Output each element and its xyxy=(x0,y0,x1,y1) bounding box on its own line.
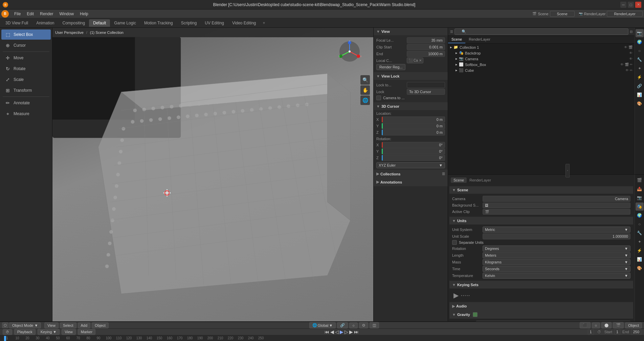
keying-btn[interactable]: Keying ▼ xyxy=(38,329,60,335)
local-c-controls[interactable]: ⬛ Ca ✕ xyxy=(407,58,423,63)
cursor-x-value[interactable]: 0 m xyxy=(382,116,445,123)
menu-edit[interactable]: Edit xyxy=(24,11,37,17)
frame-start-value[interactable]: 1 xyxy=(614,329,620,335)
outliner-world-icon[interactable]: 🌍 xyxy=(636,38,644,46)
cursor-y-value[interactable]: 0 m xyxy=(382,123,445,129)
proportional-btn[interactable]: ○ xyxy=(349,322,358,328)
collections-menu-icon[interactable]: ☰ xyxy=(442,172,445,176)
tool-annotate[interactable]: ✏ Annotate xyxy=(1,98,51,108)
cursor-ry-value[interactable]: 0° xyxy=(382,148,445,154)
audio-header[interactable]: ▶ Audio xyxy=(449,302,633,310)
menu-file[interactable]: File xyxy=(12,11,23,17)
tool-select-box[interactable]: ⬚ Select Box xyxy=(1,29,51,40)
cursor-rx-value[interactable]: 0° xyxy=(382,142,445,148)
overlay-btn[interactable]: ⊙ xyxy=(359,322,368,328)
props-world-icon[interactable]: 🌍 xyxy=(636,211,644,219)
outliner-item-backdrop[interactable]: ▸ 🎭 Backdrop 👁 xyxy=(453,50,635,56)
outliner-physics-icon[interactable]: ⚡ xyxy=(636,73,644,81)
outliner-item-cube[interactable]: ▸ ⬛ Cube 👁 ✏ xyxy=(453,67,635,73)
cursor-rz-value[interactable]: 0° xyxy=(382,155,445,161)
tool-scale[interactable]: ⤢ Scale xyxy=(1,74,51,85)
jump-end-btn[interactable]: ⏭ xyxy=(354,329,359,335)
camera-controls[interactable]: 👁 xyxy=(629,57,632,61)
outliner-data-icon[interactable]: 📊 xyxy=(636,91,644,99)
outliner-scene-icon[interactable]: 📷 xyxy=(636,29,644,37)
softbox-controls[interactable]: 👁 🎬 ✏ xyxy=(620,63,632,66)
clip-end-value[interactable]: 10000 m xyxy=(407,51,445,57)
object-mode-btn[interactable]: Object Mode ▼ xyxy=(9,322,41,328)
outliner-constraints-icon[interactable]: 🔗 xyxy=(636,82,644,90)
add-workspace-tab[interactable]: + xyxy=(260,19,268,27)
outliner-item-camera[interactable]: ▸ 📷 Camera 👁 xyxy=(453,56,635,62)
scene-section-header[interactable]: ▼ Scene xyxy=(449,186,633,194)
marker-btn[interactable]: Marker xyxy=(78,329,95,335)
units-header[interactable]: ▼ Units xyxy=(449,217,633,225)
render-props-btn[interactable]: 🎬 xyxy=(613,322,624,328)
unit-system-dropdown[interactable]: Metric ▼ xyxy=(483,227,630,233)
render-layer-tab[interactable]: RenderLayer xyxy=(469,178,491,182)
gravity-header[interactable]: ▼ Gravity xyxy=(449,311,633,319)
view-lock-header[interactable]: ▼ View Lock xyxy=(374,72,448,80)
tool-rotate[interactable]: ↻ Rotate xyxy=(1,64,51,74)
menu-window[interactable]: Window xyxy=(57,11,76,17)
rotation-dropdown[interactable]: Degrees ▼ xyxy=(483,246,630,252)
tab-3dview-full[interactable]: 3D View Full xyxy=(1,19,32,27)
prev-frame-btn[interactable]: ◀ xyxy=(330,329,334,335)
tool-measure[interactable]: ⌖ Measure xyxy=(1,109,51,119)
render-layer-selector[interactable]: RenderLayer xyxy=(607,11,643,17)
mass-dropdown[interactable]: Kilograms ▼ xyxy=(483,259,630,265)
cube-controls[interactable]: 👁 ✏ xyxy=(625,68,632,72)
outliner-item-softbox[interactable]: ▸ ⬜ Softbox_Box 👁 🎬 ✏ xyxy=(453,62,635,67)
time-dropdown[interactable]: Seconds ▼ xyxy=(483,266,630,272)
navigation-gizmo[interactable]: Z X Y xyxy=(338,40,361,64)
bg-scene-value[interactable]: 🖼 xyxy=(483,203,630,208)
tab-game-logic[interactable]: Game Logic xyxy=(110,19,140,27)
separate-units-checkbox[interactable] xyxy=(452,240,457,245)
euler-mode-dropdown[interactable]: XYZ Euler ▼ xyxy=(376,162,445,168)
tab-animation[interactable]: Animation xyxy=(32,19,58,27)
props-data-icon[interactable]: 📊 xyxy=(636,255,644,263)
jump-start-btn[interactable]: ⏮ xyxy=(325,329,329,335)
tab-video-editing[interactable]: Video Editing xyxy=(228,19,260,27)
outliner-tab-scene[interactable]: Scene xyxy=(448,36,465,43)
viewport-mode-icon[interactable]: ⬡ xyxy=(2,322,8,328)
snap-btn[interactable]: 🔗 xyxy=(337,322,348,328)
camera-to-checkbox[interactable] xyxy=(376,95,381,100)
props-modifier-icon[interactable]: 🔧 xyxy=(636,229,644,237)
viewport-3d[interactable]: User Perspective / (1) Scene Collection xyxy=(52,28,373,321)
keying-sets-header[interactable]: ▼ Keying Sets xyxy=(449,281,633,289)
outliner-tab-renderlayer[interactable]: RenderLayer xyxy=(465,36,494,43)
view-section-header[interactable]: ▼ View xyxy=(374,28,448,35)
camera-prop-value[interactable]: Camera xyxy=(483,196,630,202)
props-scene-icon[interactable]: 🎭 xyxy=(636,203,644,211)
frame-end-value[interactable]: 250 xyxy=(631,329,641,335)
outliner-item-collection1[interactable]: ▸ 📁 Collection 1 👁 🎬 xyxy=(448,44,635,50)
next-key-btn[interactable]: ▷ xyxy=(345,329,348,335)
xray-btn[interactable]: ◫ xyxy=(370,322,379,328)
tab-motion-tracking[interactable]: Motion Tracking xyxy=(140,19,177,27)
tab-default[interactable]: Default xyxy=(89,19,110,27)
props-material-icon[interactable]: 🎨 xyxy=(636,264,644,272)
scene-selector[interactable]: Scene xyxy=(550,11,575,17)
length-dropdown[interactable]: Meters ▼ xyxy=(483,252,630,258)
active-clip-value[interactable]: 🎬 xyxy=(483,209,630,215)
view-btn[interactable]: View xyxy=(44,322,59,328)
play-btn[interactable]: ▶ xyxy=(340,329,343,335)
add-btn[interactable]: Add xyxy=(78,322,91,328)
maximize-button[interactable]: □ xyxy=(628,2,634,8)
viewport-shading-solid[interactable]: ⬛ xyxy=(580,322,591,328)
tab-compositing[interactable]: Compositing xyxy=(59,19,89,27)
lock-to-value[interactable] xyxy=(407,82,445,88)
outliner-modifier-icon[interactable]: 🔧 xyxy=(636,56,644,64)
object-data-btn[interactable]: Object xyxy=(625,322,642,328)
playback-btn[interactable]: Playback xyxy=(14,329,36,335)
render-reg-btn[interactable]: Render Reg... xyxy=(376,64,405,70)
menu-render[interactable]: Render xyxy=(37,11,56,17)
close-button[interactable]: ✕ xyxy=(635,2,641,8)
viewport-shading-material[interactable]: ○ xyxy=(592,322,600,328)
lock-value[interactable]: To 3D Cursor xyxy=(407,89,445,95)
current-frame[interactable]: 1 xyxy=(588,329,594,335)
tool-transform[interactable]: ⊞ Transform xyxy=(1,85,51,95)
props-particles-icon[interactable]: ✦ xyxy=(636,238,644,246)
outliner-search[interactable]: 🔍 xyxy=(454,28,628,35)
